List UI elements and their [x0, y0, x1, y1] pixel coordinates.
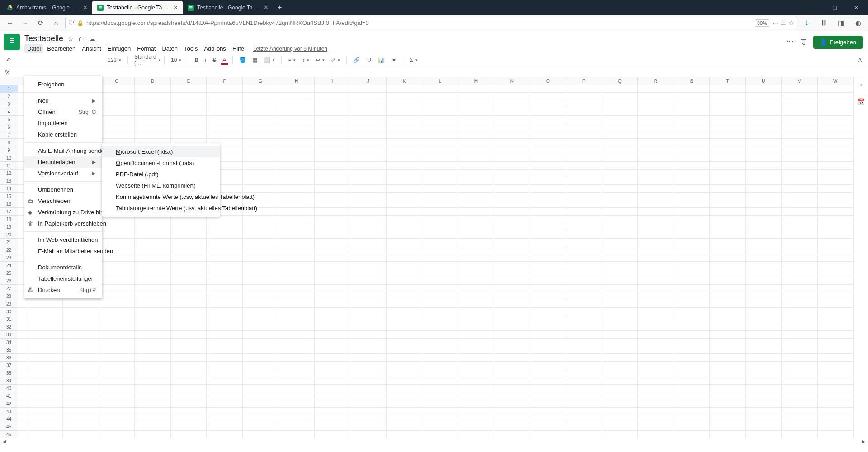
- sheets-logo[interactable]: [4, 34, 20, 50]
- column-header[interactable]: K: [387, 77, 422, 85]
- row-header[interactable]: 31: [0, 315, 18, 323]
- column-header[interactable]: H: [278, 77, 314, 85]
- row-header[interactable]: 27: [0, 285, 18, 292]
- menu-item-rename[interactable]: Umbenennen: [24, 184, 102, 195]
- column-header[interactable]: I: [315, 77, 350, 85]
- row-header[interactable]: 38: [0, 369, 18, 377]
- row-header[interactable]: 7: [0, 131, 18, 139]
- menu-item-version-history[interactable]: Versionsverlauf▶: [24, 168, 102, 179]
- row-header[interactable]: 1: [0, 85, 18, 93]
- column-header[interactable]: U: [746, 77, 782, 85]
- font-select[interactable]: Standard (…: [132, 53, 160, 67]
- row-header[interactable]: 45: [0, 423, 18, 431]
- column-header[interactable]: S: [674, 77, 710, 85]
- row-header[interactable]: 32: [0, 323, 18, 331]
- menu-format[interactable]: Format: [134, 44, 158, 53]
- link-button[interactable]: 🔗: [351, 56, 362, 64]
- browser-tab-1[interactable]: Testtabelle - Google Tabellen ✕: [92, 1, 183, 14]
- row-header[interactable]: 23: [0, 254, 18, 262]
- forward-button[interactable]: →: [19, 17, 32, 29]
- horizontal-scrollbar[interactable]: ◀ ▶: [0, 438, 868, 444]
- column-header[interactable]: C: [99, 77, 135, 85]
- browser-tab-2[interactable]: Testtabelle - Google Tabellen ✕: [183, 1, 273, 14]
- menu-item-csv[interactable]: Kommagetrennte Werte (.csv, aktuelles Ta…: [102, 191, 220, 202]
- row-header[interactable]: 15: [0, 193, 18, 200]
- menu-item-copy[interactable]: Kopie erstellen: [24, 129, 102, 140]
- row-header[interactable]: 33: [0, 331, 18, 339]
- filter-button[interactable]: ▼: [389, 56, 398, 64]
- row-header[interactable]: 3: [0, 100, 18, 108]
- column-header[interactable]: J: [350, 77, 386, 85]
- collapse-toolbar-button[interactable]: ᐱ: [856, 56, 863, 64]
- page-actions-icon[interactable]: ⋯: [772, 19, 778, 26]
- row-header[interactable]: 18: [0, 216, 18, 223]
- column-header[interactable]: D: [135, 77, 170, 85]
- menu-item-share[interactable]: Freigeben: [24, 79, 102, 90]
- close-icon[interactable]: ✕: [173, 4, 178, 11]
- activity-icon[interactable]: 〰: [786, 38, 793, 47]
- row-header[interactable]: 30: [0, 308, 18, 315]
- row-header[interactable]: 13: [0, 177, 18, 185]
- menu-einfuegen[interactable]: Einfügen: [105, 44, 133, 53]
- menu-item-details[interactable]: Dokumentdetails: [24, 262, 102, 273]
- close-icon[interactable]: ✕: [83, 4, 88, 11]
- row-header[interactable]: 34: [0, 339, 18, 346]
- row-header[interactable]: 42: [0, 400, 18, 408]
- reader-icon[interactable]: ☰: [781, 19, 786, 26]
- row-header[interactable]: 29: [0, 300, 18, 308]
- text-color-button[interactable]: A: [221, 56, 228, 65]
- menu-ansicht[interactable]: Ansicht: [79, 44, 104, 53]
- bookmark-icon[interactable]: ☆: [789, 19, 794, 26]
- cells-area[interactable]: [18, 85, 854, 438]
- menu-hilfe[interactable]: Hilfe: [230, 44, 247, 53]
- url-bar[interactable]: 🛡 🔒 https://docs.google.com/spreadsheets…: [65, 17, 797, 29]
- move-icon[interactable]: 🗀: [78, 35, 85, 42]
- maximize-button[interactable]: ▢: [825, 0, 845, 15]
- number-format-button[interactable]: 123: [106, 56, 123, 64]
- calendar-icon[interactable]: 📅: [857, 98, 866, 107]
- column-header[interactable]: W: [818, 77, 854, 85]
- menu-item-pdf[interactable]: PDF-Datei (.pdf): [102, 169, 220, 180]
- cloud-icon[interactable]: ☁: [89, 35, 95, 42]
- reload-button[interactable]: ⟳: [34, 17, 47, 29]
- comment-button[interactable]: 🗨: [364, 56, 373, 64]
- column-header[interactable]: M: [458, 77, 494, 85]
- home-button[interactable]: ⌂: [50, 17, 62, 29]
- row-header[interactable]: 5: [0, 116, 18, 123]
- zoom-badge[interactable]: 80%: [755, 19, 769, 27]
- borders-button[interactable]: ▦: [250, 56, 259, 64]
- back-button[interactable]: ←: [4, 17, 16, 29]
- column-header[interactable]: E: [171, 77, 207, 85]
- row-header[interactable]: 19: [0, 223, 18, 231]
- menu-bearbeiten[interactable]: Bearbeiten: [44, 44, 78, 53]
- close-window-button[interactable]: ✕: [846, 0, 866, 15]
- menu-item-ods[interactable]: OpenDocument-Format (.ods): [102, 157, 220, 169]
- row-header[interactable]: 11: [0, 162, 18, 170]
- font-size-select[interactable]: 10: [169, 56, 183, 64]
- extension-icon[interactable]: ◐: [852, 17, 864, 29]
- wrap-button[interactable]: ↩: [314, 56, 326, 64]
- menu-item-download[interactable]: Herunterladen▶: [24, 156, 102, 168]
- menu-datei[interactable]: Datei: [24, 44, 43, 53]
- row-header[interactable]: 17: [0, 208, 18, 216]
- shield-icon[interactable]: 🛡: [68, 19, 74, 26]
- row-header[interactable]: 28: [0, 292, 18, 300]
- menu-item-import[interactable]: Importieren: [24, 118, 102, 129]
- formula-bar[interactable]: fx: [0, 67, 868, 77]
- italic-button[interactable]: I: [203, 56, 208, 64]
- row-header[interactable]: 26: [0, 277, 18, 285]
- rotate-button[interactable]: ⤢: [329, 56, 342, 64]
- row-header[interactable]: 36: [0, 354, 18, 362]
- column-header[interactable]: G: [243, 77, 278, 85]
- menu-item-trash[interactable]: 🗑In Papierkorb verschieben: [24, 218, 102, 229]
- close-icon[interactable]: ✕: [264, 4, 269, 11]
- row-header[interactable]: 46: [0, 431, 18, 438]
- column-header[interactable]: Q: [602, 77, 638, 85]
- star-icon[interactable]: ☆: [68, 35, 74, 42]
- row-header[interactable]: 14: [0, 185, 18, 193]
- comments-icon[interactable]: 🗨: [800, 38, 807, 47]
- menu-item-xlsx[interactable]: Microsoft Excel (.xlsx): [102, 146, 220, 157]
- column-header[interactable]: N: [494, 77, 530, 85]
- menu-item-html[interactable]: Webseite (HTML, komprimiert): [102, 180, 220, 191]
- downloads-icon[interactable]: ⭳: [800, 17, 813, 29]
